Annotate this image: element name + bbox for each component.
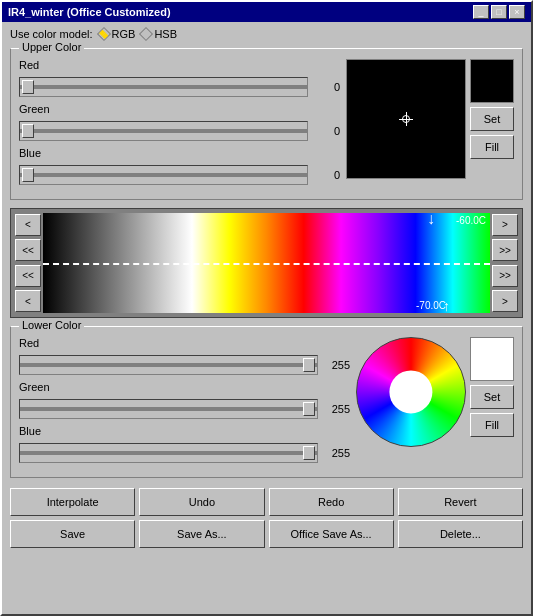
- nav-right-2[interactable]: >>: [492, 239, 518, 261]
- upper-preview-area: Set Fill: [346, 59, 514, 179]
- spectrum-bottom-label: -70.0C: [416, 300, 446, 311]
- lower-green-label: Green: [19, 381, 59, 393]
- upper-green-thumb[interactable]: [22, 124, 34, 138]
- rgb-radio-option[interactable]: RGB: [99, 28, 136, 40]
- window-title: IR4_winter (Office Customized): [8, 6, 171, 18]
- upper-red-row: Red: [19, 59, 340, 71]
- nav-right-1[interactable]: >: [492, 214, 518, 236]
- upper-color-label: Upper Color: [19, 41, 84, 53]
- upper-green-slider[interactable]: [19, 121, 308, 141]
- nav-left-2[interactable]: <<: [15, 239, 41, 261]
- hsb-radio[interactable]: [139, 27, 153, 41]
- bottom-row-2: Save Save As... Office Save As... Delete…: [10, 520, 523, 548]
- spectrum-top-label: -60.0C: [456, 215, 486, 226]
- lower-preview-area: Set Fill: [356, 337, 514, 447]
- lower-red-slider[interactable]: [19, 355, 318, 375]
- lower-red-slider-row: 255: [19, 355, 350, 375]
- upper-red-label: Red: [19, 59, 59, 71]
- upper-red-slider[interactable]: [19, 77, 308, 97]
- lower-green-row: Green: [19, 381, 350, 393]
- left-nav-col: < << << <: [15, 213, 41, 313]
- color-model-row: Use color model: RGB HSB: [10, 28, 523, 40]
- minimize-button[interactable]: _: [473, 5, 489, 19]
- spectrum-display[interactable]: -60.0C -70.0C ↓ ↑: [43, 213, 490, 313]
- nav-left-1[interactable]: <: [15, 214, 41, 236]
- upper-sliders: Red 0 Green: [19, 59, 340, 191]
- upper-blue-slider[interactable]: [19, 165, 308, 185]
- interpolate-button[interactable]: Interpolate: [10, 488, 135, 516]
- lower-color-small-preview: [470, 337, 514, 381]
- lower-color-content: Red 255 Green: [19, 337, 514, 469]
- upper-blue-thumb[interactable]: [22, 168, 34, 182]
- upper-blue-value: 0: [312, 169, 340, 181]
- spectrum-arrow-bottom-icon: ↑: [443, 299, 450, 313]
- save-as-button[interactable]: Save As...: [139, 520, 264, 548]
- lower-green-track: [20, 407, 317, 411]
- spectrum-arrow-top-icon: ↓: [427, 213, 435, 227]
- lower-blue-slider-row: 255: [19, 443, 350, 463]
- upper-color-canvas[interactable]: [346, 59, 466, 179]
- lower-red-label: Red: [19, 337, 59, 349]
- spectrum-dashed-line: [43, 263, 490, 265]
- lower-color-wheel[interactable]: [356, 337, 466, 447]
- nav-right-4[interactable]: >: [492, 290, 518, 312]
- spectrum-section: < << << < -60.0C -70.0C ↓ ↑ >: [10, 208, 523, 318]
- lower-green-thumb[interactable]: [303, 402, 315, 416]
- maximize-button[interactable]: □: [491, 5, 507, 19]
- lower-red-track: [20, 363, 317, 367]
- upper-set-button[interactable]: Set: [470, 107, 514, 131]
- upper-color-small-preview: [470, 59, 514, 103]
- revert-button[interactable]: Revert: [398, 488, 523, 516]
- office-save-as-button[interactable]: Office Save As...: [269, 520, 394, 548]
- lower-green-slider[interactable]: [19, 399, 318, 419]
- rgb-radio[interactable]: [96, 27, 110, 41]
- main-window: IR4_winter (Office Customized) _ □ × Use…: [0, 0, 533, 616]
- upper-blue-row: Blue: [19, 147, 340, 159]
- upper-blue-slider-row: 0: [19, 165, 340, 185]
- rgb-label: RGB: [112, 28, 136, 40]
- upper-red-track: [20, 85, 307, 89]
- upper-blue-label: Blue: [19, 147, 59, 159]
- upper-red-slider-row: 0: [19, 77, 340, 97]
- undo-button[interactable]: Undo: [139, 488, 264, 516]
- lower-blue-label: Blue: [19, 425, 59, 437]
- upper-green-slider-row: 0: [19, 121, 340, 141]
- upper-color-group: Upper Color Red 0: [10, 48, 523, 200]
- bottom-buttons: Interpolate Undo Redo Revert Save Save A…: [10, 488, 523, 548]
- delete-button[interactable]: Delete...: [398, 520, 523, 548]
- bottom-row-1: Interpolate Undo Redo Revert: [10, 488, 523, 516]
- save-button[interactable]: Save: [10, 520, 135, 548]
- lower-color-group: Lower Color Red 255: [10, 326, 523, 478]
- hsb-radio-option[interactable]: HSB: [141, 28, 177, 40]
- nav-left-4[interactable]: <: [15, 290, 41, 312]
- lower-blue-value: 255: [322, 447, 350, 459]
- color-model-label: Use color model:: [10, 28, 93, 40]
- lower-fill-button[interactable]: Fill: [470, 413, 514, 437]
- right-nav-col: > >> >> >: [492, 213, 518, 313]
- main-content: Use color model: RGB HSB Upper Color Red: [2, 22, 531, 614]
- upper-green-row: Green: [19, 103, 340, 115]
- lower-blue-slider[interactable]: [19, 443, 318, 463]
- lower-green-value: 255: [322, 403, 350, 415]
- spectrum-gradient: -60.0C -70.0C ↓ ↑: [43, 213, 490, 313]
- upper-color-content: Red 0 Green: [19, 59, 514, 191]
- nav-right-3[interactable]: >>: [492, 265, 518, 287]
- lower-sliders: Red 255 Green: [19, 337, 350, 469]
- lower-red-thumb[interactable]: [303, 358, 315, 372]
- lower-set-button[interactable]: Set: [470, 385, 514, 409]
- nav-left-3[interactable]: <<: [15, 265, 41, 287]
- lower-red-value: 255: [322, 359, 350, 371]
- upper-blue-track: [20, 173, 307, 177]
- redo-button[interactable]: Redo: [269, 488, 394, 516]
- hsb-label: HSB: [154, 28, 177, 40]
- lower-blue-thumb[interactable]: [303, 446, 315, 460]
- upper-red-value: 0: [312, 81, 340, 93]
- close-button[interactable]: ×: [509, 5, 525, 19]
- upper-green-label: Green: [19, 103, 59, 115]
- title-bar: IR4_winter (Office Customized) _ □ ×: [2, 2, 531, 22]
- upper-fill-button[interactable]: Fill: [470, 135, 514, 159]
- lower-blue-row: Blue: [19, 425, 350, 437]
- upper-green-track: [20, 129, 307, 133]
- lower-green-slider-row: 255: [19, 399, 350, 419]
- upper-red-thumb[interactable]: [22, 80, 34, 94]
